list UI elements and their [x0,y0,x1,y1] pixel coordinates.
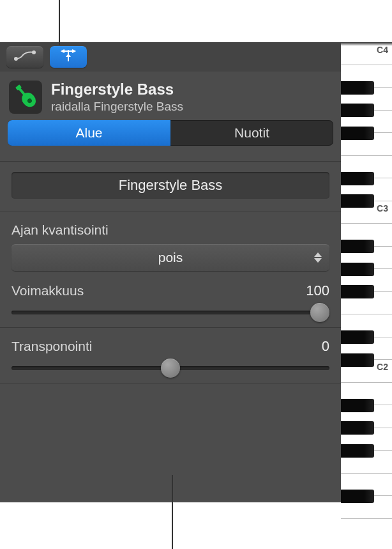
svg-point-1 [32,50,36,54]
black-key[interactable] [341,421,374,435]
callout-line-bottom [172,475,173,549]
black-key[interactable] [341,263,374,276]
black-key[interactable] [341,127,374,140]
tab-notes[interactable]: Nuotit [170,120,333,146]
octave-label-c3: C3 [377,203,388,213]
black-key[interactable] [341,399,374,412]
octave-label-c4: C4 [377,45,388,55]
region-name-field[interactable]: Fingerstyle Bass [11,172,329,199]
strength-row: Voimakkuus 100 [11,282,329,299]
piano-keyboard[interactable]: C4 C3 C2 {"top":0,"whiteH":35.5,"count":… [341,42,392,502]
editor-inspector-window: Fingerstyle Bass raidalla Fingerstyle Ba… [0,42,392,502]
black-key[interactable] [341,285,374,298]
strength-slider[interactable] [11,311,329,314]
black-key[interactable] [341,353,374,367]
svg-marker-8 [314,252,322,257]
transpose-section: Transponointi 0 [0,328,341,383]
svg-point-0 [14,57,18,61]
octave-label-c2: C2 [377,362,388,372]
black-key[interactable] [341,490,374,503]
quantize-label: Ajan kvantisointi [11,222,329,238]
quantize-section: Ajan kvantisointi pois Voimakkuus 100 [0,212,341,328]
instrument-icon [9,81,42,114]
transpose-label: Transponointi [11,339,92,354]
transpose-slider-thumb[interactable] [161,359,180,378]
black-key[interactable] [341,444,374,458]
black-key[interactable] [341,240,374,253]
svg-marker-9 [314,258,322,263]
main-panel: Fingerstyle Bass raidalla Fingerstyle Ba… [0,42,341,502]
quantize-value: pois [158,250,183,265]
callout-line-top [59,0,60,45]
black-key[interactable] [341,104,374,117]
transpose-row: Transponointi 0 [11,338,329,355]
tab-bar: Alue Nuotit [8,120,333,146]
region-title: Fingerstyle Bass [51,81,183,98]
automation-icon [14,50,36,64]
transpose-slider[interactable] [11,366,329,370]
catch-icon [59,49,77,65]
region-header: Fingerstyle Bass raidalla Fingerstyle Ba… [0,72,341,120]
black-key[interactable] [341,81,374,95]
automation-curve-button[interactable] [6,46,43,68]
black-key[interactable] [341,330,374,344]
transpose-value: 0 [322,338,329,355]
strength-slider-thumb[interactable] [310,303,329,322]
toolbar [0,42,341,72]
chevron-up-down-icon [314,252,322,263]
header-titles: Fingerstyle Bass raidalla Fingerstyle Ba… [51,81,183,114]
track-title: raidalla Fingerstyle Bass [51,100,183,114]
svg-marker-3 [66,54,71,57]
black-key[interactable] [341,172,374,185]
strength-label: Voimakkuus [11,283,84,298]
piano-shade [341,42,392,46]
strength-value: 100 [306,282,329,299]
black-key[interactable] [341,194,374,208]
tab-region[interactable]: Alue [8,120,170,146]
region-name-section: Fingerstyle Bass [0,161,341,212]
bass-icon [11,82,40,112]
quantize-select[interactable]: pois [11,244,329,271]
catch-playhead-button[interactable] [50,46,87,68]
